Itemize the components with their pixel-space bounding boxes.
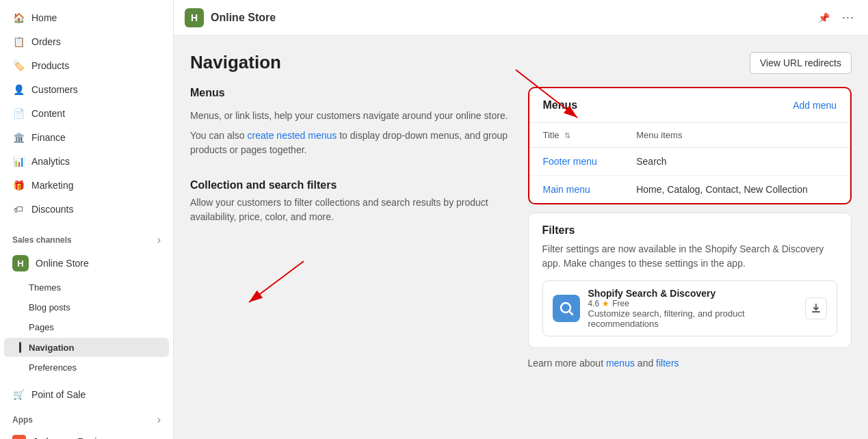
left-column: Menus Menus, or link lists, help your cu… (190, 87, 514, 371)
menus-section-heading: Menus (190, 87, 514, 99)
sidebar-item-pos[interactable]: 🛒 Point of Sale (4, 383, 169, 406)
marketing-icon: 🎁 (12, 179, 25, 191)
shopify-search-icon (553, 295, 580, 322)
sidebar-sub-themes[interactable]: Themes (4, 278, 169, 297)
sidebar-item-orders[interactable]: 📋 Orders (4, 30, 169, 53)
menus-card-title: Menus (543, 99, 578, 111)
sidebar-label-products: Products (31, 60, 69, 71)
filters-card-title: Filters (542, 224, 838, 237)
sidebar-item-finance[interactable]: 🏛️ Finance (4, 126, 169, 149)
discounts-icon: 🏷 (12, 203, 25, 215)
sidebar-item-customers[interactable]: 👤 Customers (4, 78, 169, 101)
sidebar-label-marketing: Marketing (31, 180, 73, 191)
menu-row-items: Search (622, 148, 850, 176)
apps-section-label: Apps › (0, 407, 173, 429)
menu-row-link[interactable]: Footer menu (543, 156, 597, 167)
sidebar-label-finance: Finance (31, 132, 66, 143)
sidebar-label-content: Content (31, 108, 65, 119)
col-menu-items: Menu items (622, 123, 850, 148)
orders-icon: 📋 (12, 36, 25, 48)
svg-line-5 (569, 312, 573, 315)
sidebar-label-discounts: Discounts (31, 204, 73, 215)
app-desc: Customize search, filtering, and product… (588, 308, 798, 329)
home-icon: 🏠 (12, 12, 25, 24)
products-icon: 🏷️ (12, 59, 25, 72)
pin-icon[interactable]: 📌 (815, 10, 832, 26)
bottom-links: Learn more about menus and filters (528, 356, 852, 371)
menus-link[interactable]: menus (606, 358, 635, 369)
analytics-icon: 📊 (12, 155, 25, 168)
collection-section-desc: Allow your customers to filter collectio… (190, 196, 514, 224)
app-rating: 4.6 ★ Free (588, 299, 798, 308)
main-content: Navigation View URL redirects Menus (174, 36, 868, 439)
menus-section-desc: Menus, or link lists, help your customer… (190, 109, 514, 123)
sidebar-item-home[interactable]: 🏠 Home (4, 6, 169, 29)
collection-section-heading: Collection and search filters (190, 179, 514, 191)
sidebar-label-analytics: Analytics (31, 156, 70, 167)
view-url-redirects-button[interactable]: View URL redirects (750, 52, 852, 74)
menu-row-link[interactable]: Main menu (543, 184, 590, 195)
create-nested-menus-link[interactable]: create nested menus (248, 130, 337, 141)
sidebar-item-online-store[interactable]: H Online Store (4, 250, 169, 277)
sidebar-label-home: Home (31, 12, 57, 23)
topbar: H Online Store 📌 ··· (174, 0, 868, 36)
sidebar-sub-pages[interactable]: Pages (4, 318, 169, 336)
app-row-shopify: Shopify Search & Discovery 4.6 ★ Free Cu… (542, 280, 838, 336)
sidebar-item-content[interactable]: 📄 Content (4, 102, 169, 125)
sidebar-label-customers: Customers (31, 84, 78, 95)
sidebar-sub-blog-posts[interactable]: Blog posts (4, 298, 169, 317)
topbar-title: Online Store (211, 12, 808, 24)
sidebar-label-navigation: Navigation (29, 343, 74, 353)
sidebar: 🏠 Home 📋 Orders 🏷️ Products 👤 Customers … (0, 0, 174, 439)
judgeme-icon: J (12, 435, 26, 439)
filters-card: Filters Filter settings are now availabl… (528, 213, 852, 348)
sidebar-label-online-store: Online Store (36, 258, 89, 269)
table-row: Main menu Home, Catalog, Contact, New Co… (529, 176, 851, 204)
right-column: Menus Add menu Title ⇅ Menu items (528, 87, 852, 371)
col-title[interactable]: Title ⇅ (529, 123, 623, 148)
sidebar-label-pages: Pages (29, 322, 54, 332)
sort-icon: ⇅ (564, 131, 570, 140)
filters-link[interactable]: filters (656, 358, 679, 369)
sidebar-item-products[interactable]: 🏷️ Products (4, 54, 169, 77)
sidebar-item-discounts[interactable]: 🏷 Discounts (4, 198, 169, 221)
sidebar-label-themes: Themes (29, 282, 61, 293)
sidebar-label-preferences: Preferences (29, 362, 77, 373)
menu-row-items: Home, Catalog, Contact, New Collection (622, 176, 850, 204)
sidebar-item-judgeme[interactable]: J Judge.me Reviews (4, 429, 169, 439)
menus-card: Menus Add menu Title ⇅ Menu items (528, 87, 852, 204)
finance-icon: 🏛️ (12, 131, 25, 144)
sidebar-sub-preferences[interactable]: Preferences (4, 358, 169, 377)
sidebar-label-orders: Orders (31, 36, 61, 47)
add-menu-button[interactable]: Add menu (793, 100, 837, 111)
app-info: Shopify Search & Discovery 4.6 ★ Free Cu… (588, 288, 798, 329)
app-download-button[interactable] (805, 297, 827, 319)
pos-icon: 🛒 (12, 388, 25, 401)
content-icon: 📄 (12, 107, 25, 120)
online-store-icon: H (12, 255, 29, 271)
customers-icon: 👤 (12, 83, 25, 96)
sidebar-item-analytics[interactable]: 📊 Analytics (4, 150, 169, 173)
star-icon: ★ (602, 299, 609, 308)
content-grid: Menus Menus, or link lists, help your cu… (190, 87, 852, 371)
sales-channels-label: Sales channels › (0, 227, 173, 249)
app-name: Shopify Search & Discovery (588, 288, 798, 299)
sidebar-label-judgeme: Judge.me Reviews (33, 436, 114, 439)
topbar-store-icon: H (185, 8, 204, 27)
menus-table: Title ⇅ Menu items Footer menu Search (529, 123, 851, 203)
nested-menus-desc: You can also create nested menus to disp… (190, 129, 514, 157)
main-wrapper: H Online Store 📌 ··· Navigation View URL… (174, 0, 868, 439)
sidebar-sub-navigation[interactable]: Navigation (4, 338, 169, 357)
menus-card-header: Menus Add menu (529, 88, 851, 123)
table-row: Footer menu Search (529, 148, 851, 176)
more-options-icon[interactable]: ··· (839, 8, 857, 27)
sidebar-item-marketing[interactable]: 🎁 Marketing (4, 174, 169, 197)
filters-card-desc: Filter settings are now available in the… (542, 242, 838, 271)
sidebar-label-blog-posts: Blog posts (29, 302, 70, 312)
sidebar-label-pos: Point of Sale (31, 389, 86, 400)
